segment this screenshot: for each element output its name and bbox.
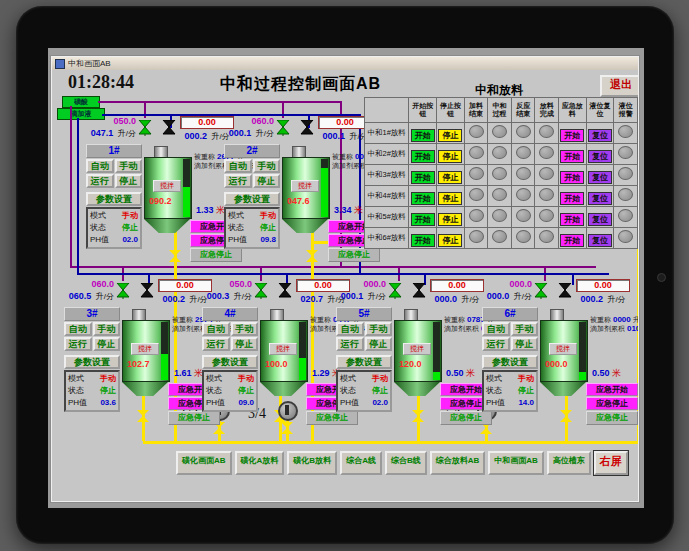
feed-valve-icon[interactable]: [534, 283, 548, 299]
discharge-start-button[interactable]: 开始: [411, 129, 435, 142]
neutralize-process-indicator: [492, 125, 507, 138]
manual-button[interactable]: 手动: [253, 159, 281, 173]
stop-button[interactable]: 停止: [115, 174, 143, 188]
level-reset-button[interactable]: 复位: [588, 234, 612, 247]
emergency-stop-button[interactable]: 应急停止: [586, 397, 638, 410]
discharge-table: 开始按钮 停止按钮 加料结束 中和过程 反应结束 放料完成 应急放料 液位复位 …: [364, 97, 638, 249]
tank-body: 搅拌 102.7: [122, 320, 170, 382]
discharge-start-button[interactable]: 开始: [411, 192, 435, 205]
auto-button[interactable]: 自动: [86, 159, 114, 173]
discharge-stop-button[interactable]: 停止: [438, 234, 462, 247]
feed-valve-icon[interactable]: [276, 120, 290, 136]
discharge-stop-button[interactable]: 停止: [438, 192, 462, 205]
level-reset-button[interactable]: 复位: [588, 192, 612, 205]
feed-valve-icon[interactable]: [116, 283, 130, 299]
discharge-stop-button[interactable]: 停止: [438, 150, 462, 163]
feed-valve-icon[interactable]: [254, 283, 268, 299]
reactor-group-3: 060.0 060.5 升/分 0.00 000.2 升/分 3# 自动 手动 …: [64, 279, 214, 439]
agitator-button[interactable]: 搅拌: [153, 180, 181, 192]
emergency-discharge-button[interactable]: 开始: [560, 234, 584, 247]
level-reset-button[interactable]: 复位: [588, 171, 612, 184]
discharge-table-header: 开始按钮 停止按钮 加料结束 中和过程 反应结束 放料完成 应急放料 液位复位 …: [365, 98, 638, 123]
discharge-start-button[interactable]: 开始: [411, 213, 435, 226]
run-button[interactable]: 运行: [224, 174, 252, 188]
run-button[interactable]: 运行: [336, 337, 364, 351]
discharge-start-button[interactable]: 开始: [411, 171, 435, 184]
nav-combined-a-button[interactable]: 综合A线: [340, 451, 382, 475]
feed-valve-icon[interactable]: [388, 283, 402, 299]
nav-elevated-tank-button[interactable]: 高位槽东: [547, 451, 591, 475]
agitator-button[interactable]: 搅拌: [269, 343, 297, 355]
emergency-discharge-button[interactable]: 开始: [560, 150, 584, 163]
dosing-flow-value: 000.2: [580, 294, 603, 304]
agitator-button[interactable]: 搅拌: [131, 343, 159, 355]
run-button[interactable]: 运行: [482, 337, 510, 351]
exit-button[interactable]: 退出: [600, 75, 638, 97]
params-button[interactable]: 参数设置: [202, 355, 258, 369]
nav-neutralization-screen-button[interactable]: 中和画面AB: [488, 451, 544, 475]
params-button[interactable]: 参数设置: [224, 192, 280, 206]
auto-button[interactable]: 自动: [482, 322, 510, 336]
discharge-stop-button[interactable]: 停止: [438, 213, 462, 226]
dosing-valve-icon[interactable]: [558, 283, 572, 299]
level-reset-button[interactable]: 复位: [588, 213, 612, 226]
nav-right-screen-button[interactable]: 右屏: [594, 451, 628, 475]
auto-button[interactable]: 自动: [202, 322, 230, 336]
discharge-start-button[interactable]: 开始: [411, 234, 435, 247]
run-button[interactable]: 运行: [202, 337, 230, 351]
discharge-start-button[interactable]: 开始: [411, 150, 435, 163]
stop-button[interactable]: 停止: [253, 174, 281, 188]
feed-end-indicator: [469, 209, 484, 222]
nav-combined-b-button[interactable]: 综合B线: [385, 451, 427, 475]
agitator-button[interactable]: 搅拌: [549, 343, 577, 355]
dosing-valve-icon[interactable]: [140, 283, 154, 299]
level-reset-button[interactable]: 复位: [588, 129, 612, 142]
nav-sulfonation-a-button[interactable]: 磺化A放料: [235, 451, 285, 475]
run-button[interactable]: 运行: [64, 337, 92, 351]
emergency-discharge-button[interactable]: 开始: [560, 129, 584, 142]
manual-button[interactable]: 手动: [115, 159, 143, 173]
reactor-tank: 搅拌 102.7: [122, 309, 170, 396]
nav-combined-discharge-button[interactable]: 综合放料AB: [430, 451, 486, 475]
reactor-tank: 搅拌 047.6: [282, 146, 330, 233]
stop-button[interactable]: 停止: [365, 337, 393, 351]
emergency-discharge-button[interactable]: 开始: [560, 171, 584, 184]
manual-button[interactable]: 手动: [511, 322, 539, 336]
level-reset-button[interactable]: 复位: [588, 150, 612, 163]
reactor-id: 5#: [336, 307, 392, 321]
dosing-valve-icon[interactable]: [300, 120, 314, 136]
params-button[interactable]: 参数设置: [64, 355, 120, 369]
params-button[interactable]: 参数设置: [86, 192, 142, 206]
auto-button[interactable]: 自动: [64, 322, 92, 336]
nav-sulfonation-screen-button[interactable]: 磺化画面AB: [176, 451, 232, 475]
dosing-valve-icon[interactable]: [278, 283, 292, 299]
level-alarm-indicator: [618, 209, 633, 222]
ph-label: PH值: [340, 397, 359, 409]
emergency-start-button[interactable]: 应急开始: [586, 383, 638, 396]
nav-sulfonation-b-button[interactable]: 磺化B放料: [287, 451, 337, 475]
level-reading: 3.34 米: [334, 204, 363, 217]
run-button[interactable]: 运行: [86, 174, 114, 188]
emergency-discharge-button[interactable]: 开始: [560, 213, 584, 226]
agitator-button[interactable]: 搅拌: [291, 180, 319, 192]
params-button[interactable]: 参数设置: [482, 355, 538, 369]
emergency-status: 应急停止: [586, 411, 638, 425]
discharge-done-indicator: [539, 209, 554, 222]
auto-button[interactable]: 自动: [336, 322, 364, 336]
stop-button[interactable]: 停止: [93, 337, 121, 351]
dosing-valve-icon[interactable]: [412, 283, 426, 299]
manual-button[interactable]: 手动: [93, 322, 121, 336]
discharge-stop-button[interactable]: 停止: [438, 171, 462, 184]
dosing-valve-icon[interactable]: [162, 120, 176, 136]
manual-button[interactable]: 手动: [365, 322, 393, 336]
discharge-stop-button[interactable]: 停止: [438, 129, 462, 142]
level-value: 1.61: [174, 368, 192, 378]
emergency-discharge-button[interactable]: 开始: [560, 192, 584, 205]
stop-button[interactable]: 停止: [511, 337, 539, 351]
stop-button[interactable]: 停止: [231, 337, 259, 351]
agitator-button[interactable]: 搅拌: [403, 343, 431, 355]
params-button[interactable]: 参数设置: [336, 355, 392, 369]
auto-button[interactable]: 自动: [224, 159, 252, 173]
manual-button[interactable]: 手动: [231, 322, 259, 336]
feed-valve-icon[interactable]: [138, 120, 152, 136]
